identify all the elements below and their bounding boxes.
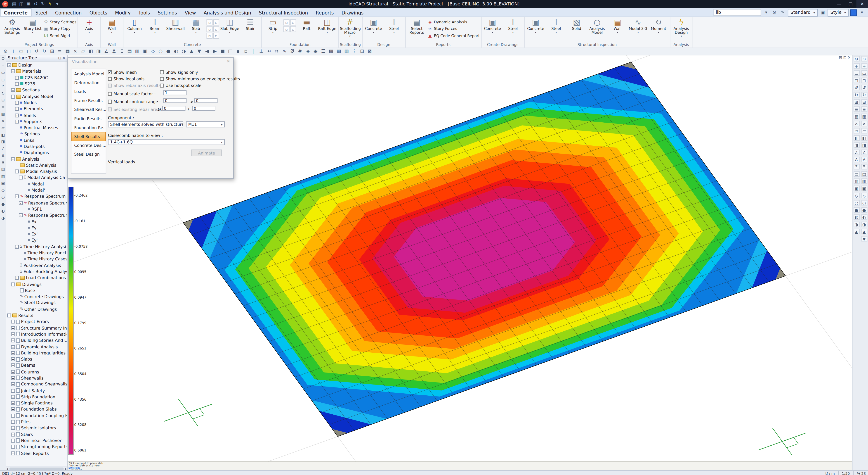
rectangle-icon[interactable]: ≈ xyxy=(265,47,273,55)
trim-icon[interactable]: ▲ xyxy=(188,47,195,55)
print-icon[interactable]: + xyxy=(853,63,860,68)
collapse-icon[interactable]: - xyxy=(19,176,23,180)
tree-item-c25-b420c[interactable]: +■C25 B420C xyxy=(6,75,67,81)
mesh-toggle-icon[interactable]: ● xyxy=(861,207,867,213)
lasso-icon[interactable]: ↻ xyxy=(40,47,48,55)
expand-icon[interactable]: + xyxy=(15,76,19,80)
close-preview-icon[interactable]: ▲ xyxy=(853,229,860,234)
dialog-tab-purlin-results[interactable]: Purlin Results xyxy=(71,114,106,123)
menu-view[interactable]: View xyxy=(181,8,200,17)
customize-icon[interactable]: ▾ xyxy=(54,1,61,7)
measure-icon[interactable]: ▶ xyxy=(211,47,219,55)
shearwall-tool-icon[interactable]: ⊞ xyxy=(0,97,6,103)
menu-objects[interactable]: Objects xyxy=(86,8,111,17)
concrete-button[interactable]: ▣Concrete▾ xyxy=(526,17,546,33)
tree-item-elements[interactable]: +▪Elements xyxy=(6,106,67,112)
deform-toggle-icon[interactable]: ◑ xyxy=(861,222,867,227)
tree-item-response-spectrur[interactable]: -∿Response Spectrur xyxy=(6,200,67,206)
nearest-snap-icon[interactable]: Ξ xyxy=(118,47,126,55)
tree-item-ex[interactable]: ▪Ex' xyxy=(6,231,67,237)
hidden-line-icon[interactable]: ◧ xyxy=(861,135,867,141)
menu-drawings[interactable]: Drawings xyxy=(338,8,368,17)
tree-item-time-history-funct[interactable]: ▪Time History Funct xyxy=(6,250,67,256)
expand-icon[interactable]: + xyxy=(11,357,15,361)
slab-tool-icon[interactable]: ▫ xyxy=(213,33,219,39)
edit-style-icon[interactable]: ✎ xyxy=(779,9,786,16)
midpoint-snap-icon[interactable]: ◨ xyxy=(95,47,102,55)
foundation-tool-icon[interactable]: ▫ xyxy=(283,20,289,26)
case-combination-select[interactable]: 1.4G+1.6Q▾ xyxy=(108,139,225,145)
expand-icon[interactable]: + xyxy=(11,88,15,92)
slab-tool-icon[interactable]: ▫ xyxy=(206,33,213,39)
undo-icon[interactable]: # xyxy=(296,47,304,55)
ungroup-icon[interactable]: Ø xyxy=(288,47,296,55)
pointer-icon[interactable]: ⊙ xyxy=(0,56,6,61)
tree-item-design[interactable]: -Design xyxy=(6,62,67,68)
scroll-left-icon[interactable]: ◀ xyxy=(6,467,8,470)
loads-toggle-icon[interactable]: ◇ xyxy=(861,193,867,198)
menu-reports[interactable]: Reports xyxy=(312,8,338,17)
background-icon[interactable]: Ξ xyxy=(861,164,867,170)
shearwall-button[interactable]: ▥Shearwall xyxy=(165,17,185,31)
load-tool-icon[interactable]: ◧ xyxy=(0,132,6,138)
select-reports-button[interactable]: ▤Select Reports xyxy=(407,17,427,35)
sync-icon[interactable]: ∠ xyxy=(853,149,860,155)
animate-view-icon[interactable]: ▲ xyxy=(861,229,867,234)
offset-icon[interactable]: ◑ xyxy=(180,47,188,55)
analysis-settings-button[interactable]: ⚙Analysis Settings xyxy=(2,17,22,35)
axis-tool-icon[interactable]: + xyxy=(0,63,6,68)
orbit-view-icon[interactable]: ↻ xyxy=(861,92,867,97)
animate-button[interactable]: Animate xyxy=(191,149,222,156)
tree-item-dash-pots[interactable]: ▪Dash-pots xyxy=(6,143,67,150)
link-tool-icon[interactable]: Δ xyxy=(0,153,6,158)
library-search-input[interactable]: lib xyxy=(714,9,761,16)
osnap-icon[interactable]: ▦ xyxy=(64,47,71,55)
tree-item-piles[interactable]: +Piles xyxy=(6,419,67,425)
redo-titlebar-icon[interactable]: ↻ xyxy=(39,1,46,7)
redo-icon[interactable]: ◈ xyxy=(304,47,311,55)
tree-item-building-stories-and-lo[interactable]: +Building Stories And Lo xyxy=(6,337,67,344)
eq-code-general-report-button[interactable]: ▲EQ Code General Report xyxy=(427,33,480,39)
command-line-area[interactable]: Click on point to place slab.Another sla… xyxy=(67,462,852,471)
supports-toggle-icon[interactable]: ○ xyxy=(861,200,867,205)
expand-icon[interactable]: + xyxy=(11,433,15,436)
tree-item-modal[interactable]: ▪Modal xyxy=(6,181,67,187)
polar-icon[interactable]: ▱ xyxy=(79,47,87,55)
story-forces-button[interactable]: ≋Story Forces xyxy=(427,26,480,32)
open-file-icon[interactable]: ◫ xyxy=(18,1,25,7)
tree-item-concrete-drawings[interactable]: ✎Concrete Drawings xyxy=(6,294,67,300)
dialog-tab-foundation-re[interactable]: Foundation Re... xyxy=(71,123,106,132)
mdi-close-icon[interactable]: ✕ xyxy=(848,55,851,60)
new-file-icon[interactable]: ▤ xyxy=(11,1,18,7)
view-top-icon[interactable]: ⊙ xyxy=(861,56,867,61)
explode-icon[interactable]: ≋ xyxy=(273,47,281,55)
dynamic-analysis-button[interactable]: ◈Dynamic Analysis xyxy=(427,19,480,25)
collapse-icon[interactable]: - xyxy=(11,282,15,286)
dialog-tab-loads[interactable]: Loads xyxy=(71,87,106,96)
clip-plane-icon[interactable]: ▦ xyxy=(861,114,867,119)
extend-icon[interactable]: ▼ xyxy=(195,47,203,55)
light-icon[interactable]: ∠ xyxy=(861,149,867,155)
scaffolding-macro-button[interactable]: #Scaffolding Macro▾ xyxy=(340,17,360,37)
wireframe-icon[interactable]: ▱ xyxy=(861,128,867,133)
arc-icon[interactable]: ⊥ xyxy=(257,47,265,55)
snapshot-icon[interactable]: ↻ xyxy=(853,92,860,97)
show-signs-only-checkbox[interactable]: Show signs only xyxy=(160,70,198,75)
tree-item-time-history-cases[interactable]: ▪Time History Cases xyxy=(6,256,67,262)
tree-item-drawings[interactable]: -Drawings xyxy=(6,281,67,288)
mirror-icon[interactable]: ● xyxy=(164,47,172,55)
compare-icon[interactable]: ◨ xyxy=(853,142,860,148)
close-button[interactable]: ✕ xyxy=(857,0,868,8)
menu-tools[interactable]: Tools xyxy=(134,8,154,17)
column-tool-icon[interactable]: ▭ xyxy=(0,70,6,75)
contour-toggle-icon[interactable]: ◐ xyxy=(861,214,867,220)
endpoint-snap-icon[interactable]: ▤ xyxy=(126,47,133,55)
expand-icon[interactable]: + xyxy=(11,332,15,336)
tree-item-other-drawings[interactable]: ✎Other Drawings xyxy=(6,306,67,313)
expand-icon[interactable]: + xyxy=(11,389,15,392)
concrete-button[interactable]: ▣Concrete▾ xyxy=(483,17,502,33)
update-icon[interactable]: ⊡ xyxy=(358,47,366,55)
fit-page-icon[interactable]: ▤ xyxy=(853,171,860,177)
dialog-tab-analysis-model[interactable]: Analysis Model xyxy=(71,69,106,78)
next-page-icon[interactable]: ● xyxy=(853,207,860,213)
